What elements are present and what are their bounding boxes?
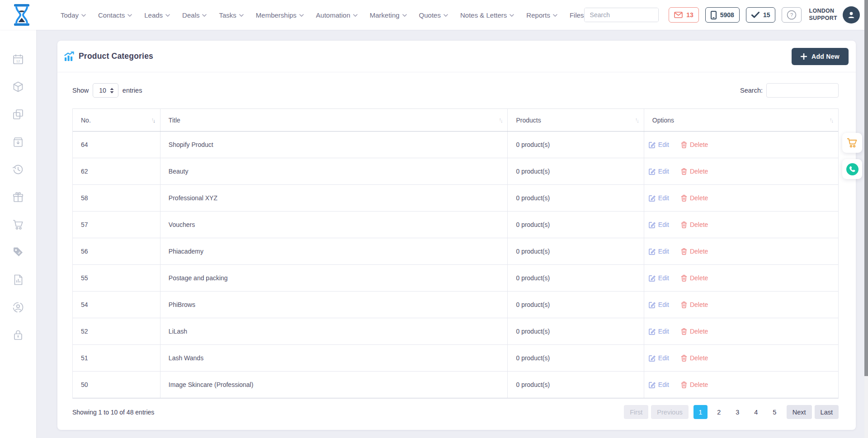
row-products-count: 0 product(s) [508,265,644,291]
edit-link[interactable]: Edit [649,221,669,228]
report-file-icon[interactable] [12,274,24,286]
nav-item[interactable]: Automation [316,11,358,19]
page-title-text: Product Categories [79,52,153,61]
account-icon[interactable] [12,301,24,313]
row-products-count: 0 product(s) [508,185,644,211]
row-options: Edit Delete [644,318,838,344]
edit-link[interactable]: Edit [649,141,669,148]
avatar[interactable] [843,6,860,24]
calls-badge[interactable]: 5908 [705,7,740,23]
tasks-count: 15 [763,11,770,19]
copy-icon[interactable] [12,108,24,120]
row-number: 50 [73,372,160,398]
scrollbar-thumb[interactable] [864,0,868,376]
add-new-button[interactable]: Add New [792,48,849,65]
column-header-options[interactable]: Options ↑↓ [644,109,838,131]
nav-item[interactable]: Memberships [256,11,304,19]
delete-link[interactable]: Delete [681,354,708,362]
page-number[interactable]: 5 [768,405,782,419]
edit-link[interactable]: Edit [649,301,669,308]
orders-bag-icon[interactable] [12,136,24,148]
table-row: 56 Phiacademy 0 product(s) Edit [73,238,838,265]
delete-link[interactable]: Delete [681,381,708,388]
scrollbar[interactable] [864,0,868,438]
svg-text:12: 12 [16,59,20,63]
entries-info: Showing 1 to 10 of 48 entries [72,409,154,416]
page-length-control: Show 10 entries [72,83,142,98]
nav-item[interactable]: Reports [526,11,557,19]
chevron-down-icon [553,14,557,17]
tasks-badge[interactable]: 15 [746,7,776,23]
pagination-previous-button[interactable]: Previous [651,405,688,419]
chevron-down-icon [353,14,358,17]
lock-icon[interactable] [12,329,24,341]
pagination-first-button[interactable]: First [624,405,648,419]
nav-item[interactable]: Today [61,11,86,19]
nav-item[interactable]: Marketing [370,11,407,19]
select-stepper-icon [110,88,114,94]
calendar-icon[interactable]: 12 [12,53,24,65]
nav-item[interactable]: Quotes [419,11,448,19]
edit-link[interactable]: Edit [649,328,669,335]
edit-link[interactable]: Edit [649,248,669,255]
delete-link[interactable]: Delete [681,141,708,148]
edit-link[interactable]: Edit [649,194,669,202]
page-length-select[interactable]: 10 [93,83,118,98]
floating-phone-button[interactable] [842,159,862,179]
row-number: 56 [73,238,160,264]
chevron-down-icon [402,14,407,17]
column-header-products[interactable]: Products ↑↓ [508,109,644,131]
pagination-last-button[interactable]: Last [815,405,839,419]
edit-link[interactable]: Edit [649,354,669,362]
edit-pencil-icon [649,248,656,255]
delete-link[interactable]: Delete [681,301,708,308]
page-number[interactable]: 2 [712,405,726,419]
pagination-next-button[interactable]: Next [787,405,812,419]
page-number[interactable]: 4 [749,405,763,419]
nav-item[interactable]: Deals [182,11,207,19]
price-tag-icon[interactable]: $ [12,246,24,258]
row-options: Edit Delete [644,238,838,264]
row-options: Edit Delete [644,265,838,291]
sort-icon: ↑↓ [635,117,638,123]
page-title: Product Categories [64,52,153,61]
gift-icon[interactable] [12,191,24,203]
cart-icon[interactable] [12,219,24,231]
page-number[interactable]: 3 [731,405,745,419]
row-title: Image Skincare (Professional) [160,372,508,398]
column-header-title[interactable]: Title ↑↓ [160,109,508,131]
row-options: Edit Delete [644,345,838,371]
nav-item[interactable]: Leads [144,11,170,19]
edit-link[interactable]: Edit [649,168,669,175]
delete-link[interactable]: Delete [681,248,708,255]
nav-item[interactable]: Tasks [219,11,243,19]
nav-item[interactable]: Notes & Letters [460,11,514,19]
delete-link[interactable]: Delete [681,194,708,202]
table-search-input[interactable] [766,83,839,98]
row-title: Postage and packing [160,265,508,291]
row-products-count: 0 product(s) [508,292,644,318]
table-body: 64 Shopify Product 0 product(s) Edit [73,132,838,398]
column-header-no[interactable]: No. ↑↓ [73,109,160,131]
nav-item[interactable]: Files [570,11,584,19]
delete-link[interactable]: Delete [681,221,708,228]
edit-link[interactable]: Edit [649,274,669,282]
floating-cart-button[interactable] [842,133,862,153]
history-icon[interactable] [12,164,24,175]
page-number[interactable]: 1 [693,405,708,419]
row-title: Vouchers [160,212,508,238]
help-button[interactable]: ? [782,7,802,23]
edit-pencil-icon [649,195,656,202]
delete-link[interactable]: Delete [681,274,708,282]
calls-count: 5908 [720,11,734,19]
global-search-input[interactable] [585,8,659,22]
user-name[interactable]: LONDON SUPPORT [809,8,837,22]
mail-notifications-badge[interactable]: 13 [669,7,699,23]
delete-link[interactable]: Delete [681,168,708,175]
app-logo-hourglass-icon[interactable] [13,4,31,26]
chevron-down-icon [81,14,86,17]
nav-item[interactable]: Contacts [98,11,132,19]
delete-link[interactable]: Delete [681,328,708,335]
edit-link[interactable]: Edit [649,381,669,388]
products-box-icon[interactable] [12,81,24,93]
